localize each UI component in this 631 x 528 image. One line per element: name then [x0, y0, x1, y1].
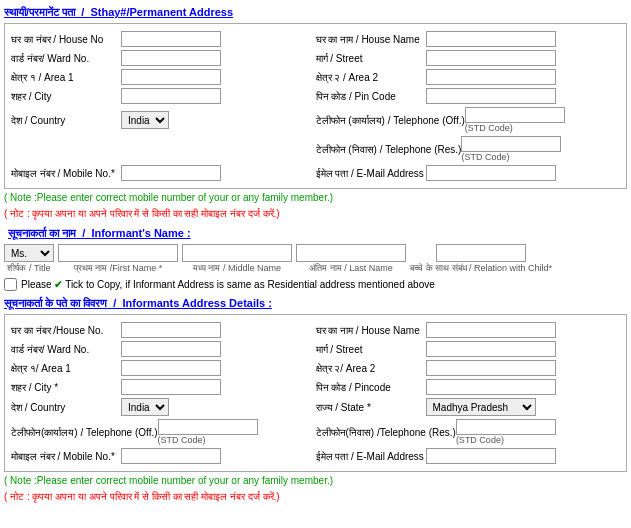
ward-no-input[interactable] [121, 50, 221, 66]
ia-pincode-input[interactable] [426, 379, 556, 395]
ia-street-input[interactable] [426, 341, 556, 357]
tel-res-input[interactable] [461, 136, 561, 152]
city-input[interactable] [121, 88, 221, 104]
ia-email-group: ईमेल पता / E-Mail Address [316, 448, 621, 464]
street-group: मार्ग / Street [316, 50, 621, 66]
ia-note-hi: ( नोट : कृपया अपना या अपने परिवार में से… [4, 490, 627, 504]
ia-mobile-group: मोबाइल नंबर / Mobile No.* [11, 448, 316, 464]
permanent-address-section: स्थायी/परमानेंट पता / Sthay#/Permanent A… [0, 6, 631, 221]
informants-address-form: घर का नंबर /House No. घर का नाम / House … [4, 314, 627, 472]
house-no-label: घर का नंबर / House No [11, 33, 121, 46]
ia-area1-label: क्षेत्र १/ Area 1 [11, 362, 121, 375]
country-select[interactable]: India [121, 111, 169, 129]
ia-tel-off-label: टेलीफोन(कार्यालय) / Telephone (Off.) [11, 426, 158, 439]
ward-no-label: वार्ड नंबर/ Ward No. [11, 52, 121, 65]
country-label: देश / Country [11, 114, 121, 127]
perm-note-en: ( Note :Please enter correct mobile numb… [4, 191, 627, 205]
ia-tel-res-input[interactable] [456, 419, 556, 435]
email-label: ईमेल पता / E-Mail Address [316, 167, 426, 180]
middle-name-label: मध्य नाम / Middle Name [193, 263, 281, 274]
tel-res-row: टेलीफोन (निवास) / Telephone (Res.) (STD … [11, 136, 620, 162]
house-no-input[interactable] [121, 31, 221, 47]
area2-input[interactable] [426, 69, 556, 85]
informants-address-header: सूचनाकर्ता के पते का विवरण / Informants … [4, 297, 627, 310]
permanent-address-form: घर का नंबर / House No घर का नाम / House … [4, 23, 627, 189]
ia-state-label: राज्य / State * [316, 401, 426, 414]
ia-std-code-label-res: (STD Code) [456, 435, 504, 445]
informant-name-row: Ms. Mr. Mrs. Dr. शीर्षक / Title प्रथम ना… [4, 244, 627, 274]
mobile-label: मोबाइल नंबर / Mobile No.* [11, 167, 121, 180]
first-name-label: प्रथम नाम /First Name * [74, 263, 163, 274]
ia-area2-group: क्षेत्र २/ Area 2 [316, 360, 621, 376]
ia-ward-no-group: वार्ड नंबर/ Ward No. [11, 341, 316, 357]
country-group: देश / Country India [11, 111, 316, 129]
middle-name-input[interactable] [182, 244, 292, 262]
pincode-input[interactable] [426, 88, 556, 104]
ia-tel-res-group: टेलीफोन(निवास) /Telephone (Res.) (STD Co… [316, 419, 621, 445]
last-name-input[interactable] [296, 244, 406, 262]
tel-off-input[interactable] [465, 107, 565, 123]
ia-email-input[interactable] [426, 448, 556, 464]
ia-mobile-input[interactable] [121, 448, 221, 464]
ia-tel-off-group: टेलीफोन(कार्यालय) / Telephone (Off.) (ST… [11, 419, 316, 445]
perm-note-hi: ( नोट : कृपया अपना या अपने परिवार में से… [4, 207, 627, 221]
last-name-label: अंतिम नाम / Last Name [309, 263, 393, 274]
ia-pincode-label: पिन कोड / Pincode [316, 381, 426, 394]
mobile-group: मोबाइल नंबर / Mobile No.* [11, 165, 316, 181]
ia-state-select[interactable]: Madhya Pradesh [426, 398, 536, 416]
mobile-input[interactable] [121, 165, 221, 181]
email-input[interactable] [426, 165, 556, 181]
ia-std-code-label-off: (STD Code) [158, 435, 206, 445]
ia-city-label: शहर / City * [11, 381, 121, 394]
ia-tel-off-input[interactable] [158, 419, 258, 435]
title-field: Ms. Mr. Mrs. Dr. शीर्षक / Title [4, 244, 54, 274]
ia-email-label: ईमेल पता / E-Mail Address [316, 450, 426, 463]
area1-input[interactable] [121, 69, 221, 85]
ia-country-select[interactable]: India [121, 398, 169, 416]
tel-res-group: टेलीफोन (निवास) / Telephone (Res.) (STD … [316, 136, 621, 162]
ia-ward-no-label: वार्ड नंबर/ Ward No. [11, 343, 121, 356]
title-select[interactable]: Ms. Mr. Mrs. Dr. [4, 244, 54, 262]
permanent-address-header: स्थायी/परमानेंट पता / Sthay#/Permanent A… [4, 6, 627, 19]
street-input[interactable] [426, 50, 556, 66]
ia-city-group: शहर / City * [11, 379, 316, 395]
ia-house-name-input[interactable] [426, 322, 556, 338]
ia-area1-input[interactable] [121, 360, 221, 376]
ia-area-row: क्षेत्र १/ Area 1 क्षेत्र २/ Area 2 [11, 360, 620, 376]
ward-no-group: वार्ड नंबर/ Ward No. [11, 50, 316, 66]
title-label: शीर्षक / Title [7, 263, 50, 274]
first-name-field: प्रथम नाम /First Name * [58, 244, 178, 274]
city-label: शहर / City [11, 90, 121, 103]
ia-city-input[interactable] [121, 379, 221, 395]
area2-label: क्षेत्र २ / Area 2 [316, 71, 426, 84]
ia-country-group: देश / Country India [11, 398, 316, 416]
ia-house-no-input[interactable] [121, 322, 221, 338]
ia-house-no-label: घर का नंबर /House No. [11, 324, 121, 337]
house-name-input[interactable] [426, 31, 556, 47]
ia-note-en: ( Note :Please enter correct mobile numb… [4, 474, 627, 488]
ia-ward-row: वार्ड नंबर/ Ward No. मार्ग / Street [11, 341, 620, 357]
ia-street-label: मार्ग / Street [316, 343, 426, 356]
house-no-group: घर का नंबर / House No [11, 31, 316, 47]
ia-area1-group: क्षेत्र १/ Area 1 [11, 360, 316, 376]
ia-state-group: राज्य / State * Madhya Pradesh [316, 398, 621, 416]
copy-checkbox[interactable] [4, 278, 17, 291]
std-code-label-off: (STD Code) [465, 123, 513, 133]
city-group: शहर / City [11, 88, 316, 104]
informant-name-header: सूचनाकर्ता का नाम / Informant's Name : [8, 227, 623, 240]
ia-area2-label: क्षेत्र २/ Area 2 [316, 362, 426, 375]
house-name-label: घर का नाम / House Name [316, 33, 426, 46]
country-tel-row: देश / Country India टेलीफोन (कार्यालय) /… [11, 107, 620, 133]
ia-house-name-label: घर का नाम / House Name [316, 324, 426, 337]
ia-country-label: देश / Country [11, 401, 121, 414]
relation-input[interactable] [436, 244, 526, 262]
ia-ward-no-input[interactable] [121, 341, 221, 357]
ia-area2-input[interactable] [426, 360, 556, 376]
first-name-input[interactable] [58, 244, 178, 262]
tel-off-label: टेलीफोन (कार्यालय) / Telephone (Off.) [316, 114, 465, 127]
copy-checkbox-row: Please ✔ Tick to Copy, if Informant Addr… [4, 278, 627, 291]
tel-off-group: टेलीफोन (कार्यालय) / Telephone (Off.) (S… [316, 107, 621, 133]
ia-street-group: मार्ग / Street [316, 341, 621, 357]
middle-name-field: मध्य नाम / Middle Name [182, 244, 292, 274]
ia-house-row: घर का नंबर /House No. घर का नाम / House … [11, 322, 620, 338]
